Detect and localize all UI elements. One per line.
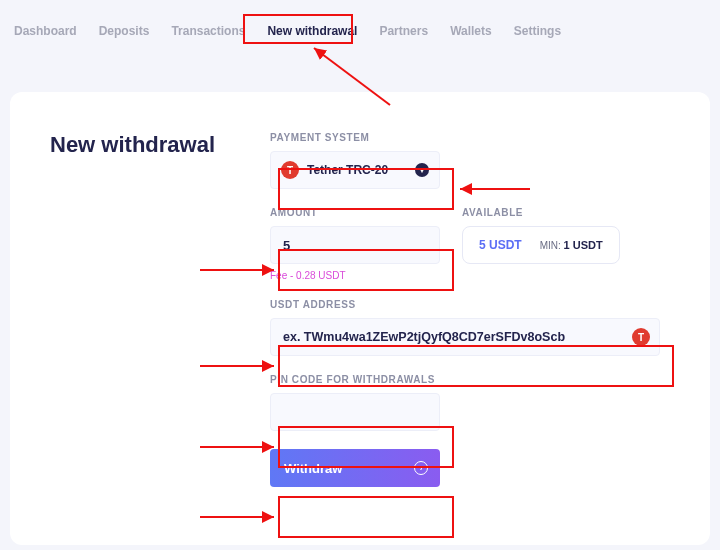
available-value: 5 USDT	[479, 238, 522, 252]
payment-system-select[interactable]: T Tether TRC-20 ▾	[270, 151, 440, 189]
address-input[interactable]	[270, 318, 660, 356]
withdraw-button[interactable]: Withdraw ›	[270, 449, 440, 487]
tether-icon: T	[281, 161, 299, 179]
nav-wallets[interactable]: Wallets	[450, 24, 492, 38]
min-label: MIN: 1 USDT	[540, 239, 603, 251]
fee-text: Fee - 0.28 USDT	[270, 270, 440, 281]
page-title-wrap: New withdrawal	[50, 132, 250, 505]
amount-input[interactable]	[270, 226, 440, 264]
nav-dashboard[interactable]: Dashboard	[14, 24, 77, 38]
payment-system-label: PAYMENT SYSTEM	[270, 132, 670, 143]
amount-row: AMOUNT Fee - 0.28 USDT AVAILABLE 5 USDT …	[270, 207, 670, 281]
pin-label: PIN CODE FOR WITHDRAWALS	[270, 374, 670, 385]
payment-system-row: PAYMENT SYSTEM T Tether TRC-20 ▾	[270, 132, 670, 189]
nav-new-withdrawal[interactable]: New withdrawal	[267, 24, 357, 38]
pin-row: PIN CODE FOR WITHDRAWALS	[270, 374, 670, 431]
submit-row: Withdraw ›	[270, 449, 670, 487]
nav-settings[interactable]: Settings	[514, 24, 561, 38]
payment-system-selected: Tether TRC-20	[307, 163, 407, 177]
withdrawal-card: New withdrawal PAYMENT SYSTEM T Tether T…	[10, 92, 710, 545]
arrow-right-icon: ›	[414, 461, 428, 475]
pin-input[interactable]	[270, 393, 440, 431]
withdraw-button-label: Withdraw	[284, 461, 342, 476]
nav-partners[interactable]: Partners	[379, 24, 428, 38]
available-box: 5 USDT MIN: 1 USDT	[462, 226, 620, 264]
nav-transactions[interactable]: Transactions	[171, 24, 245, 38]
nav-deposits[interactable]: Deposits	[99, 24, 150, 38]
available-label: AVAILABLE	[462, 207, 620, 218]
page-title: New withdrawal	[50, 132, 250, 157]
address-row: USDT ADDRESS T	[270, 299, 670, 356]
withdrawal-form: PAYMENT SYSTEM T Tether TRC-20 ▾ AMOUNT …	[250, 132, 670, 505]
tether-icon: T	[632, 328, 650, 346]
address-label: USDT ADDRESS	[270, 299, 670, 310]
chevron-down-icon: ▾	[415, 163, 429, 177]
top-navigation: Dashboard Deposits Transactions New with…	[0, 0, 720, 52]
amount-label: AMOUNT	[270, 207, 440, 218]
